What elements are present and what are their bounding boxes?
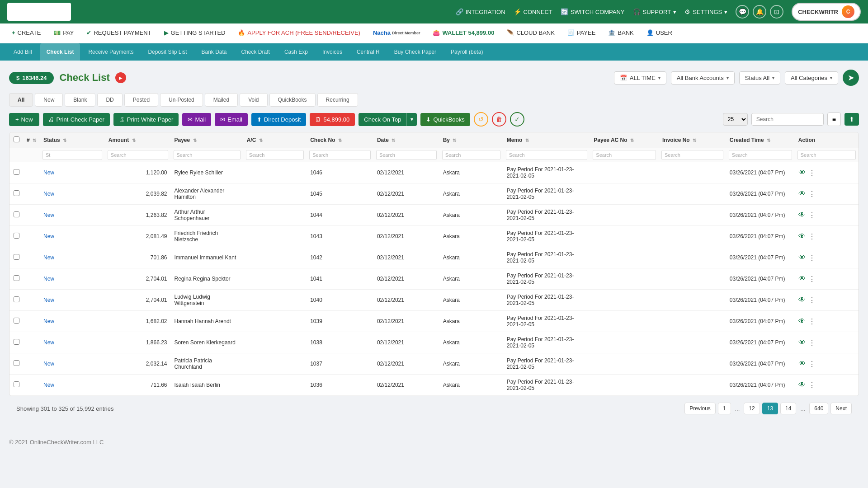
- status-search-input[interactable]: [42, 150, 102, 160]
- status-tab-blank[interactable]: Blank: [65, 93, 95, 107]
- status-tab-recurring[interactable]: Recurring: [317, 93, 358, 107]
- more-options-icon[interactable]: ⋮: [808, 190, 816, 198]
- view-icon[interactable]: 👁: [798, 211, 806, 219]
- more-options-icon[interactable]: ⋮: [808, 338, 816, 347]
- row-checkbox[interactable]: [14, 381, 19, 387]
- notifications-button[interactable]: 🔔: [753, 5, 766, 19]
- payee-search-input[interactable]: [174, 150, 241, 160]
- next-page-button[interactable]: Next: [830, 403, 852, 414]
- created-search-input[interactable]: [729, 150, 792, 160]
- nav-pay[interactable]: 💵 PAY: [49, 23, 78, 43]
- nav-switch-company[interactable]: 🔄 SWITCH COMPANY: [561, 8, 625, 15]
- more-options-icon[interactable]: ⋮: [808, 381, 816, 389]
- nav-ach[interactable]: 🔥 APPLY FOR ACH (FREE SEND/RECEIVE): [233, 23, 364, 43]
- date-search-input[interactable]: [376, 150, 437, 160]
- direct-deposit-button[interactable]: ⬆ Direct Deposit: [251, 113, 307, 126]
- row-checkbox[interactable]: [14, 254, 19, 260]
- nav-integration[interactable]: 🔗 INTEGRATION: [456, 8, 505, 15]
- more-options-icon[interactable]: ⋮: [808, 360, 816, 368]
- view-icon[interactable]: 👁: [798, 338, 806, 347]
- all-categories-filter[interactable]: All Categories ▾: [785, 71, 838, 84]
- nav-request-payment[interactable]: ✔ REQUEST PAYMENT: [82, 23, 156, 43]
- view-icon[interactable]: 👁: [798, 169, 806, 177]
- col-amount[interactable]: Amount ⇅: [105, 132, 171, 148]
- amount-search-input[interactable]: [108, 150, 168, 160]
- check-no-search-input[interactable]: [309, 150, 371, 160]
- nav-settings[interactable]: ⚙ SETTINGS ▾: [684, 8, 727, 15]
- view-icon[interactable]: 👁: [798, 232, 806, 240]
- memo-search-input[interactable]: [506, 150, 588, 160]
- play-button[interactable]: ▶: [115, 72, 126, 83]
- send-button[interactable]: ➤: [843, 70, 859, 86]
- quickbooks-button[interactable]: ⬇ QuickBooks: [420, 113, 470, 126]
- user-menu-button[interactable]: CHECKWRITR C: [792, 3, 861, 21]
- more-options-icon[interactable]: ⋮: [808, 296, 816, 305]
- refresh-button[interactable]: ↺: [474, 112, 488, 127]
- ac-search-input[interactable]: [246, 150, 304, 160]
- col-num[interactable]: # ⇅: [23, 132, 40, 148]
- view-icon[interactable]: 👁: [798, 360, 806, 368]
- nav-connect[interactable]: ⚡ CONNECT: [514, 8, 552, 15]
- logo[interactable]: Online CheckWRITER: [7, 3, 71, 21]
- tab-receive-payments[interactable]: Receive Payments: [82, 43, 140, 61]
- status-tab-posted[interactable]: Posted: [124, 93, 158, 107]
- col-check-no[interactable]: Check No ⇅: [307, 132, 373, 148]
- tab-invoices[interactable]: Invoices: [316, 43, 349, 61]
- mail-button[interactable]: ✉ Mail: [182, 113, 211, 126]
- by-search-input[interactable]: [442, 150, 500, 160]
- nav-payee[interactable]: 🧾 PAYEE: [563, 23, 600, 43]
- row-checkbox[interactable]: [14, 233, 19, 239]
- status-tab-new[interactable]: New: [35, 93, 63, 107]
- view-icon[interactable]: 👁: [798, 190, 806, 198]
- more-options-icon[interactable]: ⋮: [808, 317, 816, 326]
- status-tab-void[interactable]: Void: [240, 93, 267, 107]
- tab-check-draft[interactable]: Check Draft: [235, 43, 276, 61]
- view-icon[interactable]: 👁: [798, 253, 806, 262]
- status-all-filter[interactable]: Status All ▾: [739, 71, 780, 84]
- action-search-input[interactable]: [797, 150, 856, 160]
- per-page-select[interactable]: 25 50 100: [723, 113, 748, 126]
- payee-ac-search-input[interactable]: [593, 150, 656, 160]
- col-payee-ac-no[interactable]: Payee AC No ⇅: [590, 132, 659, 148]
- tab-cash-exp[interactable]: Cash Exp: [278, 43, 314, 61]
- page-14-button[interactable]: 14: [780, 403, 796, 414]
- row-checkbox[interactable]: [14, 339, 19, 345]
- check-button[interactable]: ✓: [510, 112, 524, 127]
- view-icon[interactable]: 👁: [798, 296, 806, 304]
- all-time-filter[interactable]: 📅 ALL TIME ▾: [614, 71, 666, 84]
- status-tab-all[interactable]: All: [9, 93, 33, 107]
- col-memo[interactable]: Memo ⇅: [503, 132, 590, 148]
- row-checkbox[interactable]: [14, 360, 19, 366]
- row-checkbox[interactable]: [14, 296, 19, 302]
- status-tab-dd[interactable]: DD: [97, 93, 122, 107]
- delete-button[interactable]: 🗑: [492, 112, 506, 127]
- status-tab-quickbooks[interactable]: QuickBooks: [269, 93, 316, 107]
- new-button[interactable]: + New: [9, 113, 39, 126]
- print-white-button[interactable]: 🖨 Print-White Paper: [113, 113, 179, 126]
- check-on-top-button[interactable]: Check On Top: [359, 113, 406, 126]
- row-checkbox[interactable]: [14, 318, 19, 324]
- col-invoice-no[interactable]: Invoice No ⇅: [659, 132, 726, 148]
- col-by[interactable]: By ⇅: [439, 132, 503, 148]
- all-bank-accounts-filter[interactable]: All Bank Accounts ▾: [671, 71, 735, 84]
- view-icon[interactable]: 👁: [798, 317, 806, 325]
- view-icon[interactable]: 👁: [798, 381, 806, 389]
- nav-nacha[interactable]: Nacha Direct Member: [368, 23, 425, 43]
- email-button[interactable]: ✉ Email: [215, 113, 248, 126]
- grid-button[interactable]: ⊡: [770, 5, 783, 19]
- more-options-icon[interactable]: ⋮: [808, 275, 816, 283]
- tab-add-bill[interactable]: Add Bill: [7, 43, 38, 61]
- nav-getting-started[interactable]: ▶ GETTING STARTED: [160, 23, 230, 43]
- export-button[interactable]: ⬆: [844, 113, 859, 126]
- page-12-button[interactable]: 12: [744, 403, 760, 414]
- status-tab-unposted[interactable]: Un-Posted: [160, 93, 203, 107]
- status-tab-mailed[interactable]: Mailed: [205, 93, 238, 107]
- page-1-button[interactable]: 1: [718, 403, 731, 414]
- nav-cloud-bank[interactable]: 🪶 CLOUD BANK: [502, 23, 559, 43]
- nav-bank[interactable]: 🏦 BANK: [604, 23, 638, 43]
- row-checkbox[interactable]: [14, 169, 19, 175]
- tab-check-list[interactable]: Check List: [40, 43, 80, 61]
- view-icon[interactable]: 👁: [798, 275, 806, 283]
- more-options-icon[interactable]: ⋮: [808, 169, 816, 177]
- col-status[interactable]: Status ⇅: [40, 132, 105, 148]
